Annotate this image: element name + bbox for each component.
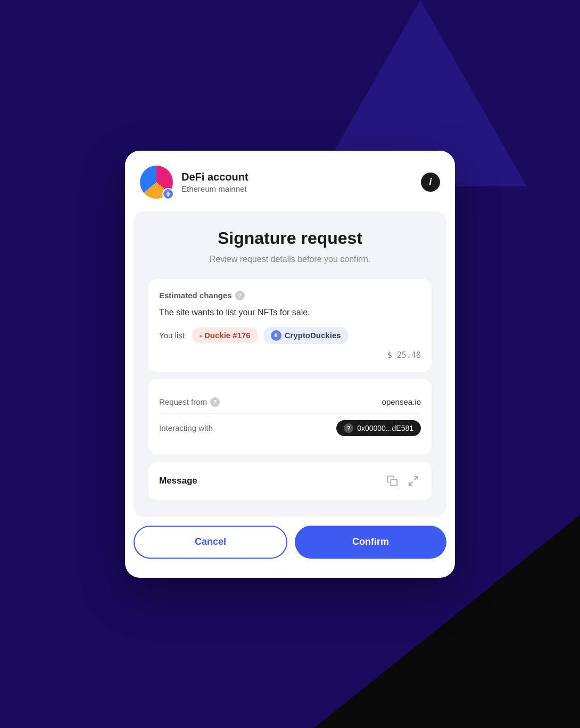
estimated-changes-help-icon[interactable]: ? [235,291,245,300]
estimated-changes-card: Estimated changes ? The site wants to li… [148,279,432,372]
contract-address-tag[interactable]: ? 0x00000...dE581 [336,420,421,436]
page-title: Signature request [148,228,432,248]
request-from-row: Request from ? opensea.io [159,391,421,414]
info-button[interactable]: i [421,173,440,192]
contract-address: 0x00000...dE581 [357,424,413,432]
button-row: Cancel Confirm [125,526,455,559]
network-name: Ethereum mainnet [181,184,421,193]
request-info-card: Request from ? opensea.io Interacting wi… [148,379,432,454]
info-icon: i [429,176,432,187]
collection-eth-icon [271,330,281,341]
nft-tag: - Duckie #176 [192,328,258,343]
request-from-label: Request from ? [159,397,220,407]
message-actions [385,473,421,488]
confirm-button[interactable]: Confirm [295,526,446,559]
interacting-with-row: Interacting with ? 0x00000...dE581 [159,414,421,443]
account-info: DeFi account Ethereum mainnet [181,170,421,193]
header: DeFi account Ethereum mainnet i [125,151,455,211]
nft-price: $ 25.48 [159,350,421,360]
contract-question-icon: ? [344,423,353,433]
estimated-changes-label: Estimated changes ? [159,291,421,300]
svg-line-2 [409,481,412,485]
expand-button[interactable] [406,473,421,488]
request-from-help-icon[interactable]: ? [210,397,220,407]
interacting-with-label: Interacting with [159,423,213,432]
nft-listing-row: You list - Duckie #176 CryptoDuckies [159,327,421,344]
main-content: Signature request Review request details… [134,211,446,517]
you-list-label: You list [159,331,185,340]
message-card: Message [148,462,432,500]
svg-line-1 [415,476,418,479]
collection-tag: CryptoDuckies [263,327,349,344]
collection-name: CryptoDuckies [285,331,341,340]
svg-rect-0 [391,479,397,486]
request-from-value: opensea.io [382,397,421,406]
account-name: DeFi account [181,170,421,183]
cancel-button[interactable]: Cancel [134,526,287,559]
message-title: Message [159,476,197,486]
copy-button[interactable] [385,473,400,488]
estimated-changes-description: The site wants to list your NFTs for sal… [159,308,421,317]
page-subtitle: Review request details before you confir… [148,255,432,264]
account-avatar [140,166,173,199]
modal-container: DeFi account Ethereum mainnet i Signatur… [125,151,455,578]
eth-badge-icon [162,188,174,200]
message-header: Message [159,473,421,488]
